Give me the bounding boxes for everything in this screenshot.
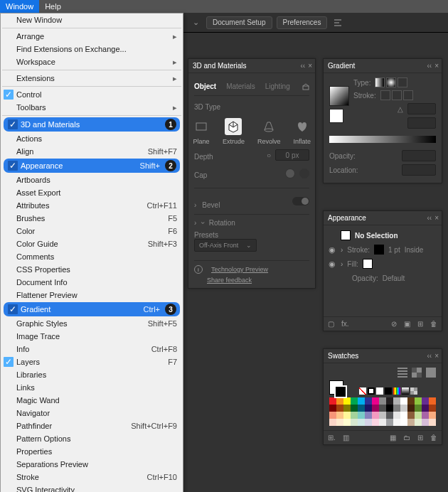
menu-toolbars[interactable]: Toolbars▸ [1, 101, 183, 114]
list-view-icon[interactable] [398, 368, 407, 378]
tab-lighting[interactable]: Lighting [265, 82, 290, 90]
swatch-chip[interactable] [351, 412, 358, 419]
swatch-chip[interactable] [407, 397, 415, 405]
swatch-chip[interactable] [400, 397, 407, 405]
menu-window[interactable]: Window [0, 0, 39, 13]
opacity-value[interactable]: Default [383, 274, 405, 282]
trash-icon[interactable]: 🗑 [430, 434, 437, 442]
bevel-toggle[interactable] [292, 197, 309, 205]
close-icon[interactable]: × [434, 352, 439, 360]
swatch-libraries-icon[interactable]: ⊞. [328, 434, 336, 442]
menu-attributes[interactable]: AttributesCtrl+F11 [1, 199, 183, 212]
swatch-chip[interactable] [358, 397, 365, 405]
color-palette[interactable] [329, 397, 440, 426]
swatch-chip[interactable] [358, 419, 365, 426]
location-input[interactable] [402, 164, 436, 176]
swatch-chip[interactable] [407, 412, 415, 419]
menu-css-properties[interactable]: CSS Properties [1, 263, 183, 276]
collapse-icon[interactable]: ‹‹ [300, 62, 305, 70]
menu-image-trace[interactable]: Image Trace [1, 330, 183, 343]
menu-gradient[interactable]: ✓GradientCtrl+3 [4, 302, 180, 316]
chevron-down-icon[interactable]: ⌄ [189, 16, 202, 29]
swatch-chip[interactable] [329, 405, 336, 412]
swatch-chip[interactable] [400, 419, 407, 426]
swatch-chip[interactable] [400, 405, 407, 412]
swatch-chip[interactable] [386, 412, 393, 419]
menu-magic-wand[interactable]: Magic Wand [1, 394, 183, 407]
menu-svg-interactivity[interactable]: SVG Interactivity [1, 483, 183, 492]
type-inflate[interactable]: Inflate [294, 118, 311, 145]
menu-color[interactable]: ColorF6 [1, 225, 183, 237]
angle-input[interactable] [407, 103, 436, 114]
new-swatch-icon[interactable]: ⊞ [417, 434, 423, 442]
swatch-options-icon[interactable]: ▦ [390, 434, 396, 442]
swatch-grays[interactable] [402, 387, 409, 395]
swatch-chip[interactable] [407, 405, 415, 412]
close-icon[interactable]: × [434, 214, 439, 222]
menu-graphic-styles[interactable]: Graphic StylesShift+F5 [1, 317, 183, 330]
stroke-along-icon[interactable] [392, 90, 402, 100]
rule-icon[interactable]: ▢ [328, 320, 334, 328]
swatch-black[interactable] [385, 387, 392, 395]
swatch-chip[interactable] [343, 412, 351, 419]
menu-control[interactable]: ✓Control [1, 88, 183, 101]
fill-swatch[interactable] [363, 259, 373, 269]
swatch-chip[interactable] [429, 397, 436, 405]
menu-asset-export[interactable]: Asset Export [1, 186, 183, 199]
menu-workspace[interactable]: Workspace▸ [1, 55, 183, 68]
swatch-chip[interactable] [343, 405, 351, 412]
swatch-chip[interactable] [372, 419, 379, 426]
collapse-icon[interactable]: ‹‹ [427, 214, 432, 222]
trash-icon[interactable]: 🗑 [430, 320, 437, 328]
stroke-within-icon[interactable] [380, 90, 390, 100]
swatch-chip[interactable] [386, 419, 393, 426]
menu-artboards[interactable]: Artboards [1, 173, 183, 186]
document-setup-button[interactable]: Document Setup [206, 16, 272, 29]
menu-extensions[interactable]: Extensions▸ [1, 72, 183, 85]
aspect-input[interactable] [407, 117, 436, 129]
swatch-spectrum[interactable] [393, 387, 400, 395]
menu-help[interactable]: Help [39, 0, 67, 13]
swatch-chip[interactable] [379, 412, 386, 419]
cap-off-icon[interactable] [299, 169, 309, 178]
swatch-chip[interactable] [422, 412, 429, 419]
swatch-chip[interactable] [329, 419, 336, 426]
swatch-chip[interactable] [386, 397, 393, 405]
swatch-chip[interactable] [329, 397, 336, 405]
opacity-input[interactable] [402, 150, 436, 161]
eye-icon[interactable]: ◉ [328, 245, 336, 255]
swatch-chip[interactable] [372, 397, 379, 405]
menu-3d-and-materials[interactable]: ✓3D and Materials1 [4, 117, 180, 132]
swatch-none[interactable] [359, 387, 366, 395]
duplicate-icon[interactable]: ▣ [404, 320, 410, 328]
swatch-chip[interactable] [379, 405, 386, 412]
menu-navigator[interactable]: Navigator [1, 407, 183, 419]
tech-preview-link[interactable]: Technology Preview [211, 266, 268, 273]
swatch-chip[interactable] [336, 405, 343, 412]
gradient-fill-swatch[interactable] [329, 109, 343, 123]
preferences-button[interactable]: Preferences [277, 16, 328, 29]
grid-view-icon[interactable] [412, 368, 422, 378]
menu-arrange[interactable]: Arrange▸ [1, 30, 183, 43]
swatch-chip[interactable] [415, 405, 422, 412]
freeform-gradient-icon[interactable] [398, 77, 407, 87]
swatch-white[interactable] [376, 387, 383, 395]
gradient-slider[interactable] [329, 136, 436, 143]
new-icon[interactable]: ⊞ [417, 320, 423, 328]
menu-color-guide[interactable]: Color GuideShift+F3 [1, 237, 183, 250]
swatch-chip[interactable] [422, 419, 429, 426]
type-extrude[interactable]: Extrude [223, 118, 245, 145]
menu-appearance[interactable]: ✓AppearanceShift+2 [4, 159, 180, 173]
menu-comments[interactable]: Comments [1, 250, 183, 263]
swatch-chip[interactable] [358, 412, 365, 419]
swatch-chip[interactable] [415, 419, 422, 426]
stroke-align[interactable]: Inside [405, 246, 424, 254]
tab-object[interactable]: Object [194, 82, 216, 90]
new-group-icon[interactable]: 🗀 [403, 434, 410, 442]
stroke-swatch[interactable] [374, 245, 384, 255]
depth-input[interactable]: 0 px [275, 149, 309, 161]
swatch-chip[interactable] [343, 419, 351, 426]
swatch-chip[interactable] [365, 397, 372, 405]
swatch-chip[interactable] [336, 419, 343, 426]
swatch-chip[interactable] [429, 419, 436, 426]
